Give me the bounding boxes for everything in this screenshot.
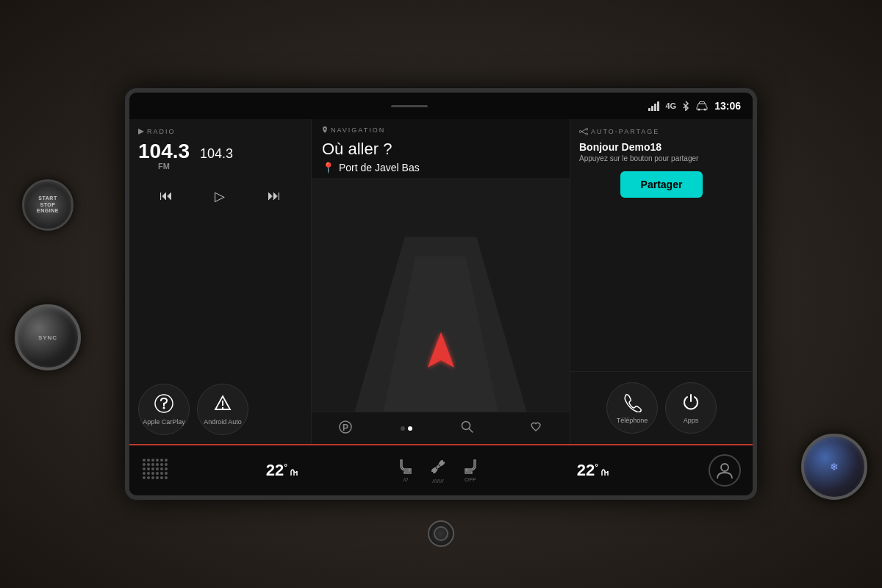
- android-auto-button[interactable]: Android Auto: [197, 384, 248, 435]
- nav-dot-2: [408, 426, 412, 431]
- destination-text: Port de Javel Bas: [339, 162, 420, 173]
- svg-point-23: [586, 133, 588, 135]
- car-dashboard: START STOP ENGINE SYNC 4G: [0, 0, 882, 588]
- heart-icon: [528, 420, 543, 434]
- svg-rect-4: [698, 109, 700, 111]
- fan-icon: [429, 457, 448, 476]
- fan-speed-button[interactable]: ///////: [429, 457, 448, 484]
- nav-search-button[interactable]: [454, 417, 481, 440]
- nav-destination: 📍 Port de Javel Bas: [322, 162, 559, 173]
- svg-point-11: [222, 407, 223, 409]
- autopartage-section: AUTO-PARTAGE Bonjour Demo18 Appuyez sur …: [570, 119, 753, 372]
- radio-panel: RADIO 104.3 FM 104.3 ⏮ ▷ ⏭: [129, 119, 312, 444]
- svg-point-36: [147, 472, 150, 475]
- play-icon-small: [138, 129, 144, 135]
- radio-station-name: 104.3: [200, 146, 233, 162]
- status-icons: 4G 13:06: [648, 100, 742, 112]
- left-controls: START STOP ENGINE SYNC: [15, 179, 81, 370]
- fan-speed-level: ///////: [432, 478, 444, 484]
- svg-point-34: [151, 467, 154, 470]
- power-icon: [681, 392, 701, 412]
- right-temperature[interactable]: 22 °: [577, 461, 610, 480]
- svg-point-27: [147, 459, 150, 462]
- climate-bar: 22 ° ///: [129, 444, 753, 495]
- apps-button[interactable]: Apps: [665, 382, 717, 434]
- seat-icon-left: [398, 459, 414, 475]
- svg-rect-3: [657, 101, 659, 111]
- status-bar: 4G 13:06: [129, 93, 753, 119]
- svg-point-43: [156, 463, 159, 466]
- signal-icon: [648, 101, 660, 111]
- svg-point-28: [151, 459, 154, 462]
- climate-center-controls: /// ///////: [398, 457, 478, 484]
- right-climate-knob[interactable]: [801, 434, 867, 500]
- svg-point-21: [579, 131, 581, 133]
- right-shortcuts: Téléphone Apps: [570, 372, 753, 444]
- svg-point-42: [160, 459, 163, 462]
- partager-button[interactable]: Partager: [620, 171, 703, 198]
- svg-rect-1: [651, 106, 653, 111]
- road-visual: [312, 179, 570, 412]
- radio-shortcuts: Apple CarPlay Android Auto: [138, 375, 302, 435]
- start-stop-label2: STOP: [40, 202, 56, 208]
- svg-rect-5: [704, 109, 706, 111]
- left-temperature[interactable]: 22 °: [266, 461, 299, 480]
- 4g-label: 4G: [666, 101, 677, 110]
- parking-button[interactable]: P: [332, 417, 359, 440]
- svg-point-31: [151, 463, 154, 466]
- navigation-panel: NAVIGATION Où aller ? 📍 Port de Javel Ba…: [312, 119, 570, 444]
- svg-point-37: [151, 472, 154, 475]
- radio-play-button[interactable]: ▷: [215, 188, 225, 204]
- svg-point-45: [156, 467, 159, 470]
- nav-bottom-bar: P: [312, 412, 570, 444]
- grid-dots-icon: [141, 457, 168, 481]
- svg-marker-6: [138, 129, 144, 135]
- right-seat-heat-button[interactable]: OFF: [462, 459, 478, 483]
- carplay-label: Apple CarPlay: [143, 418, 185, 426]
- temp-degree-icon: [289, 461, 299, 476]
- svg-point-50: [160, 476, 163, 479]
- radio-panel-label: RADIO: [138, 128, 302, 135]
- svg-point-29: [143, 463, 146, 466]
- hvac-menu-button[interactable]: [141, 457, 168, 484]
- seat-icon-right: [462, 459, 478, 475]
- svg-point-59: [437, 465, 440, 468]
- infotainment-screen: 4G 13:06 RADIO: [125, 88, 757, 500]
- phone-icon: [622, 392, 642, 412]
- main-content-area: RADIO 104.3 FM 104.3 ⏮ ▷ ⏭: [129, 119, 753, 444]
- telephone-button[interactable]: Téléphone: [606, 382, 658, 434]
- svg-point-12: [324, 128, 326, 129]
- start-stop-label3: ENGINE: [37, 208, 59, 214]
- profile-icon: [715, 461, 734, 480]
- left-seat-heat-button[interactable]: ///: [398, 459, 414, 483]
- apple-carplay-button[interactable]: Apple CarPlay: [138, 384, 190, 435]
- nav-map[interactable]: [312, 179, 570, 412]
- svg-point-32: [143, 467, 146, 470]
- svg-point-30: [147, 463, 150, 466]
- right-seat-heat-level: OFF: [465, 476, 476, 483]
- autopartage-subtitle: Appuyez sur le bouton pour partager: [579, 154, 744, 162]
- radio-controls: ⏮ ▷ ⏭: [138, 182, 302, 210]
- svg-point-52: [165, 463, 168, 466]
- nav-direction-arrow: [426, 331, 456, 372]
- nav-panel-label: NAVIGATION: [322, 126, 559, 134]
- svg-marker-16: [428, 332, 454, 368]
- autopartage-panel-label: AUTO-PARTAGE: [579, 128, 744, 135]
- radio-prev-button[interactable]: ⏮: [159, 188, 173, 204]
- right-panel: AUTO-PARTAGE Bonjour Demo18 Appuyez sur …: [570, 119, 753, 444]
- nav-favorites-button[interactable]: [523, 417, 549, 440]
- nav-header: NAVIGATION Où aller ? 📍 Port de Javel Ba…: [312, 119, 570, 179]
- search-icon: [460, 420, 475, 434]
- start-stop-button[interactable]: START STOP ENGINE: [22, 179, 74, 231]
- sync-knob[interactable]: SYNC: [15, 304, 81, 370]
- home-button[interactable]: [428, 520, 454, 547]
- svg-point-54: [165, 472, 168, 475]
- svg-point-41: [156, 459, 159, 462]
- svg-point-44: [160, 463, 163, 466]
- android-auto-label: Android Auto: [204, 418, 242, 426]
- radio-next-button[interactable]: ⏭: [268, 188, 281, 204]
- svg-point-49: [156, 476, 159, 479]
- svg-rect-2: [654, 104, 656, 111]
- car-icon: [695, 101, 709, 111]
- profile-button[interactable]: [709, 454, 741, 487]
